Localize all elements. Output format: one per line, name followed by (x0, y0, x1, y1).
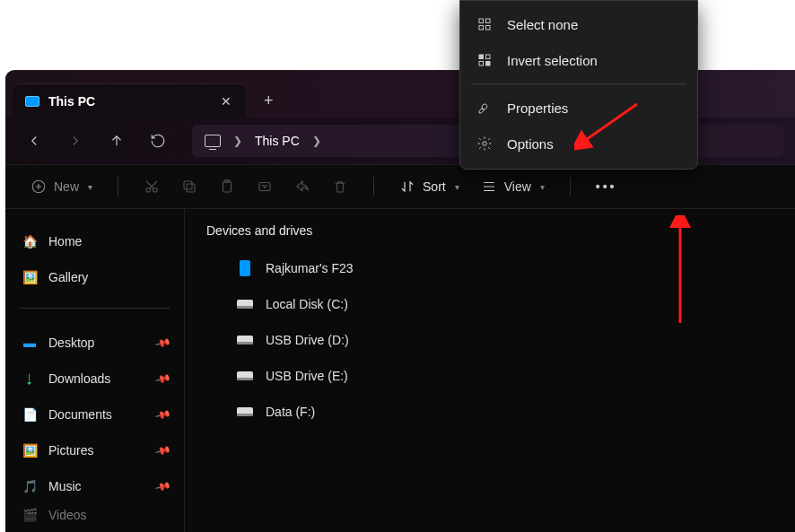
sidebar-item-label: Music (48, 479, 82, 493)
close-tab-icon[interactable]: ✕ (221, 94, 232, 109)
svg-rect-4 (184, 181, 192, 189)
pictures-icon: 🖼️ (22, 442, 38, 458)
menu-item-label: Options (507, 136, 554, 152)
pin-icon: 📌 (154, 441, 172, 459)
invert-selection-icon (476, 52, 493, 68)
videos-icon: 🎬 (22, 507, 38, 523)
divider (373, 177, 374, 196)
sidebar-item-documents[interactable]: 📄 Documents 📌 (14, 397, 175, 432)
sidebar-item-pictures[interactable]: 🖼️ Pictures 📌 (14, 432, 175, 468)
drive-item-local-c[interactable]: Local Disk (C:) (206, 286, 773, 322)
this-pc-icon (25, 96, 39, 107)
svg-rect-3 (187, 184, 195, 192)
sort-label: Sort (423, 179, 446, 194)
sort-button[interactable]: Sort ▾ (390, 171, 468, 202)
drive-item-data-f[interactable]: Data (F:) (206, 394, 773, 430)
svg-rect-9 (486, 19, 491, 23)
sidebar-item-downloads[interactable]: ⭣ Downloads 📌 (14, 361, 175, 397)
share-button[interactable] (285, 171, 319, 202)
disk-icon (237, 298, 253, 310)
dots-icon: ••• (596, 179, 617, 194)
drive-label: USB Drive (D:) (266, 333, 349, 347)
svg-rect-12 (479, 55, 484, 59)
menu-item-options[interactable]: Options (460, 126, 697, 161)
pin-icon: 📌 (154, 334, 172, 352)
menu-divider (471, 83, 686, 84)
select-none-icon (476, 16, 493, 32)
tab-this-pc[interactable]: This PC ✕ (13, 83, 246, 118)
music-icon: 🎵 (22, 478, 38, 494)
menu-item-label: Invert selection (507, 53, 598, 68)
sidebar-item-label: Pictures (48, 443, 94, 458)
desktop-icon: ▬ (22, 335, 38, 351)
refresh-button[interactable] (140, 123, 176, 159)
sidebar-item-videos[interactable]: 🎬 Videos (14, 506, 175, 524)
view-button[interactable]: View ▾ (472, 171, 554, 202)
properties-icon (476, 100, 493, 116)
more-button[interactable]: ••• (587, 171, 626, 202)
phone-icon (237, 262, 253, 275)
more-options-menu: Select none Invert selection Properties … (459, 0, 698, 170)
command-bar: New ▾ Sort ▾ View ▾ (5, 164, 795, 209)
new-label: New (54, 179, 79, 194)
sidebar-item-desktop[interactable]: ▬ Desktop 📌 (14, 325, 175, 361)
new-button[interactable]: New ▾ (22, 171, 101, 202)
forward-button[interactable] (57, 123, 93, 159)
pin-icon: 📌 (154, 406, 172, 423)
disk-icon (237, 370, 253, 382)
copy-button[interactable] (172, 171, 206, 202)
content-pane: Devices and drives Rajkumar's F23 Local … (185, 209, 795, 532)
sidebar-item-label: Videos (48, 508, 87, 522)
drive-item-usb-e[interactable]: USB Drive (E:) (206, 358, 773, 394)
sidebar-item-label: Downloads (48, 371, 110, 386)
drive-label: Rajkumar's F23 (266, 261, 354, 275)
cut-button[interactable] (135, 171, 169, 202)
navigation-pane: 🏠 Home 🖼️ Gallery ▬ Desktop 📌 ⭣ Download… (5, 209, 185, 532)
up-button[interactable] (99, 123, 135, 159)
menu-item-properties[interactable]: Properties (460, 90, 697, 126)
disk-icon (237, 334, 253, 346)
divider (570, 177, 571, 196)
menu-item-invert-selection[interactable]: Invert selection (460, 42, 697, 78)
sidebar-item-music[interactable]: 🎵 Music 📌 (14, 468, 175, 504)
view-label: View (504, 179, 531, 194)
svg-rect-15 (486, 62, 491, 66)
delete-button[interactable] (323, 171, 357, 202)
divider (118, 177, 118, 196)
drive-label: USB Drive (E:) (266, 369, 348, 383)
svg-rect-11 (486, 26, 491, 31)
body: 🏠 Home 🖼️ Gallery ▬ Desktop 📌 ⭣ Download… (5, 209, 795, 532)
back-button[interactable] (16, 123, 52, 159)
svg-rect-10 (479, 26, 484, 31)
chevron-down-icon: ▾ (540, 182, 545, 192)
menu-item-select-none[interactable]: Select none (460, 6, 697, 42)
tab-title: This PC (48, 94, 212, 109)
sidebar-item-label: Desktop (48, 336, 94, 350)
sidebar-item-home[interactable]: 🏠 Home (14, 223, 175, 259)
drive-item-phone[interactable]: Rajkumar's F23 (206, 250, 773, 286)
sidebar-item-gallery[interactable]: 🖼️ Gallery (14, 259, 175, 295)
svg-rect-14 (479, 62, 484, 66)
options-gear-icon (476, 135, 493, 152)
menu-item-label: Properties (507, 100, 568, 116)
sidebar-divider (20, 308, 170, 309)
drive-item-usb-d[interactable]: USB Drive (D:) (206, 322, 773, 358)
rename-button[interactable] (248, 171, 282, 202)
pin-icon: 📌 (154, 370, 172, 388)
svg-point-16 (483, 142, 487, 146)
group-header[interactable]: Devices and drives (206, 223, 773, 238)
chevron-down-icon: ▾ (88, 182, 92, 192)
downloads-icon: ⭣ (22, 371, 38, 387)
svg-rect-7 (259, 183, 270, 191)
sidebar-item-label: Gallery (48, 270, 88, 284)
menu-item-label: Select none (507, 17, 578, 32)
paste-button[interactable] (210, 171, 244, 202)
drive-label: Local Disk (C:) (266, 297, 348, 311)
gallery-icon: 🖼️ (22, 269, 38, 285)
drive-label: Data (F:) (266, 405, 315, 419)
new-tab-button[interactable]: + (246, 92, 292, 118)
location-this-pc-icon (205, 135, 221, 147)
sidebar-item-label: Documents (48, 407, 112, 422)
breadcrumb-location[interactable]: This PC (255, 134, 300, 148)
chevron-down-icon: ▾ (455, 182, 459, 192)
